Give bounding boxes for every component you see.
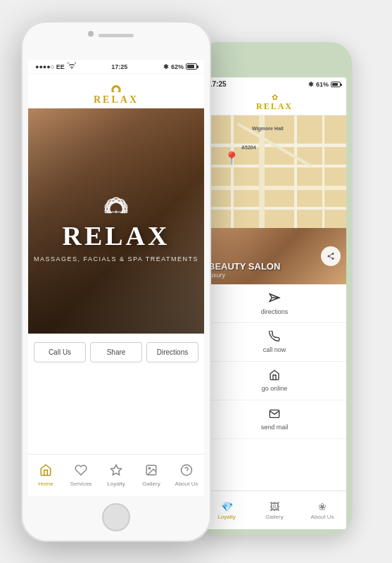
- back-action-online[interactable]: go online: [203, 362, 346, 400]
- gallery-nav-icon: [145, 464, 158, 479]
- hero-lotus-decoration: [91, 179, 141, 217]
- front-nav-services[interactable]: Services: [63, 455, 99, 496]
- front-nav-services-label: Services: [70, 481, 92, 487]
- hero-title: RELAX: [62, 220, 170, 251]
- status-right: ✱ 62%: [163, 63, 197, 70]
- back-salon-label: BEAUTY SALON luxury: [208, 261, 280, 279]
- loyalty-nav-icon: [110, 464, 122, 479]
- back-bottom-nav: 💎 Loyalty 🖼 Gallery ❀ About Us: [203, 491, 346, 529]
- gallery-icon: 🖼: [270, 501, 279, 512]
- phone-back-screen: 17:25 ✱ 61% ✿ RELAX: [203, 77, 346, 529]
- back-salon-subtitle: luxury: [208, 272, 280, 279]
- back-action-call[interactable]: call now: [203, 323, 346, 362]
- front-nav-home-label: Home: [38, 481, 53, 487]
- front-nav-about[interactable]: About Us: [169, 455, 204, 496]
- phone-front-screen: ●●●●○ EE 17:25 ✱ 62%: [28, 60, 204, 496]
- svg-point-2: [332, 258, 334, 260]
- back-nav-gallery[interactable]: 🖼 Gallery: [251, 491, 298, 529]
- wifi-icon: [68, 63, 76, 70]
- svg-point-1: [328, 255, 330, 258]
- status-time: 17:25: [111, 63, 127, 70]
- svg-line-3: [329, 257, 331, 258]
- phone-back: 17:25 ✱ 61% ✿ RELAX: [197, 42, 352, 535]
- back-actions-list: directions call now: [203, 284, 346, 439]
- status-left: ●●●●○ EE: [35, 63, 76, 70]
- phone-front: ●●●●○ EE 17:25 ✱ 62%: [21, 21, 211, 542]
- scene: 17:25 ✱ 61% ✿ RELAX: [0, 0, 392, 563]
- front-nav-gallery-label: Gallery: [142, 481, 160, 487]
- call-us-button[interactable]: Call Us: [34, 342, 86, 362]
- front-hero: RELAX MASSAGES, FACIALS & SPA TREATMENTS: [28, 108, 204, 334]
- map-label-a5204: A5204: [241, 145, 256, 150]
- svg-line-4: [329, 254, 331, 255]
- back-salon-title: BEAUTY SALON: [208, 261, 280, 272]
- back-nav-about-label: About Us: [311, 514, 334, 520]
- services-nav-icon: [75, 464, 87, 479]
- map-background: A5204 Wigmore Hall 📍: [203, 115, 346, 228]
- back-action-online-label: go online: [262, 385, 288, 392]
- hero-subtitle: MASSAGES, FACIALS & SPA TREATMENTS: [34, 255, 198, 262]
- back-logo-text: RELAX: [203, 101, 346, 112]
- front-logo-area: RELAX: [28, 74, 204, 108]
- back-map[interactable]: A5204 Wigmore Hall 📍: [203, 115, 346, 228]
- front-status-bar: ●●●●○ EE 17:25 ✱ 62%: [28, 60, 204, 74]
- front-nav-about-label: About Us: [175, 481, 198, 487]
- back-nav-about[interactable]: ❀ About Us: [298, 491, 346, 529]
- directions-icon: [268, 291, 281, 307]
- carrier-label: ●●●●○ EE: [35, 63, 65, 70]
- back-nav-loyalty-label: Loyalty: [217, 514, 235, 520]
- svg-point-7: [71, 68, 72, 69]
- svg-point-21: [148, 467, 150, 469]
- share-button[interactable]: Share: [90, 342, 142, 362]
- front-nav-loyalty[interactable]: Loyalty: [99, 455, 134, 496]
- mail-icon: [269, 408, 280, 422]
- battery-icon-front: [186, 63, 197, 70]
- back-status-bluetooth: ✱: [308, 81, 314, 88]
- volume-up-button[interactable]: [21, 106, 22, 127]
- back-nav-gallery-label: Gallery: [265, 514, 283, 520]
- back-battery-icon: [331, 82, 341, 87]
- back-status-bar: 17:25 ✱ 61%: [203, 77, 346, 91]
- front-nav-loyalty-label: Loyalty: [107, 481, 125, 487]
- battery-pct: 62%: [171, 63, 184, 70]
- bluetooth-icon: ✱: [163, 63, 169, 70]
- front-nav-gallery[interactable]: Gallery: [134, 455, 169, 496]
- back-action-directions[interactable]: directions: [203, 284, 346, 323]
- home-icon: [269, 369, 280, 384]
- phone-speaker: [99, 34, 134, 37]
- map-pin: 📍: [224, 151, 234, 163]
- loyalty-icon: 💎: [221, 501, 233, 512]
- back-logo-lotus: ✿: [203, 94, 346, 101]
- front-logo-text: RELAX: [28, 94, 204, 106]
- back-action-directions-label: directions: [261, 308, 289, 315]
- back-action-mail-label: send mail: [261, 424, 289, 431]
- directions-button[interactable]: Directions: [146, 342, 198, 362]
- map-label-wigmore: Wigmore Hall: [252, 126, 284, 131]
- phone-icon: [269, 331, 280, 345]
- about-nav-icon: [180, 464, 193, 479]
- front-action-buttons: Call Us Share Directions: [28, 334, 204, 371]
- back-action-call-label: call now: [263, 346, 286, 353]
- power-button[interactable]: [210, 134, 211, 169]
- front-bottom-nav: Home Services Loya: [28, 454, 204, 496]
- front-logo-lotus: [28, 78, 204, 94]
- phone-home-button[interactable]: [102, 503, 130, 531]
- phone-camera: [88, 31, 94, 37]
- home-nav-icon: [39, 464, 52, 479]
- volume-down-button[interactable]: [21, 134, 22, 155]
- svg-point-0: [332, 253, 334, 255]
- about-icon: ❀: [318, 501, 327, 512]
- back-action-mail[interactable]: send mail: [203, 400, 346, 439]
- back-image-strip: BEAUTY SALON luxury: [203, 228, 346, 284]
- back-logo-area: ✿ RELAX: [203, 91, 346, 115]
- front-nav-home[interactable]: Home: [28, 455, 63, 496]
- back-share-button[interactable]: [321, 246, 341, 266]
- back-status-battery: 61%: [316, 81, 329, 88]
